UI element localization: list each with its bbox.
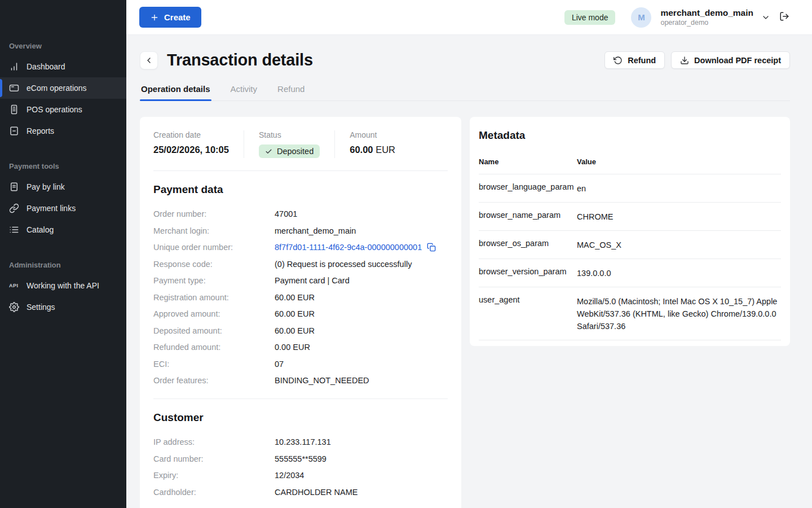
field-row: Refunded amount: 0.00 EUR bbox=[153, 341, 448, 353]
sidebar-section-label: Overview bbox=[0, 42, 126, 50]
payment-links-icon bbox=[9, 203, 19, 213]
creation-date-value: 25/02/2026, 10:05 bbox=[153, 144, 229, 155]
sidebar-item-label: Reports bbox=[27, 126, 54, 135]
customer-fields: IP address: 10.233.117.131 Card number: bbox=[153, 436, 448, 498]
sidebar-section-label: Payment tools bbox=[0, 162, 126, 170]
tab[interactable]: Operation details bbox=[140, 84, 211, 100]
tab[interactable]: Activity bbox=[230, 84, 259, 100]
field-value-text: 555555**5599 bbox=[275, 453, 326, 465]
field-row: Registration amount: 60.00 EUR bbox=[153, 292, 448, 303]
tab-label: Activity bbox=[231, 84, 258, 94]
chevron-down-icon[interactable] bbox=[761, 13, 770, 22]
sidebar-item[interactable]: Catalog bbox=[0, 219, 126, 240]
field-label: IP address: bbox=[153, 436, 275, 448]
field-label: Card number: bbox=[153, 453, 275, 465]
field-value: CARDHOLDER NAME bbox=[275, 487, 358, 498]
reports-icon bbox=[9, 126, 19, 136]
sidebar-item[interactable]: POS operations bbox=[0, 99, 126, 120]
field-value: 10.233.117.131 bbox=[275, 436, 331, 448]
create-button-label: Create bbox=[164, 12, 191, 22]
field-value-text: 10.233.117.131 bbox=[275, 436, 331, 448]
sidebar-item[interactable]: Dashboard bbox=[0, 56, 126, 77]
field-value-text: 60.00 EUR bbox=[275, 308, 315, 319]
topbar: Create Live mode M merchant_demo_main op… bbox=[126, 0, 812, 35]
divider bbox=[153, 170, 448, 171]
field-value-text: BINDING_NOT_NEEDED bbox=[275, 375, 369, 386]
field-value-text: 47001 bbox=[275, 208, 297, 220]
topbar-right: Live mode M merchant_demo_main operator_… bbox=[564, 7, 789, 28]
pos-icon bbox=[9, 104, 19, 115]
logout-button[interactable] bbox=[779, 11, 789, 23]
back-button[interactable] bbox=[140, 51, 158, 69]
metadata-value: 139.0.0.0 bbox=[577, 267, 781, 279]
field-value: 555555**5599 bbox=[275, 453, 326, 465]
refund-button[interactable]: Refund bbox=[604, 51, 665, 69]
download-pdf-button[interactable]: Download PDF receipt bbox=[671, 51, 790, 69]
create-button[interactable]: Create bbox=[139, 7, 201, 28]
metadata-value: MAC_OS_X bbox=[577, 239, 781, 251]
sidebar-item[interactable]: eCom operations bbox=[0, 77, 126, 99]
metadata-name: browser_version_param bbox=[479, 267, 577, 276]
metadata-row: browser_language_param en bbox=[479, 174, 781, 203]
sidebar-item-label: eCom operations bbox=[27, 84, 87, 93]
field-label: Registration amount: bbox=[153, 292, 275, 303]
field-value-text: CARDHOLDER NAME bbox=[275, 487, 358, 498]
refund-button-label: Refund bbox=[628, 56, 656, 65]
sidebar-item[interactable]: Reports bbox=[0, 120, 126, 142]
amount-value-row: 60.00 EUR bbox=[350, 144, 395, 155]
metadata-row: browser_name_param CHROME bbox=[479, 203, 781, 231]
metadata-card: Metadata Name Value browser_language_par… bbox=[470, 117, 790, 346]
field-value: 0.00 EUR bbox=[275, 341, 310, 353]
field-value: 60.00 EUR bbox=[275, 325, 315, 336]
metadata-value: CHROME bbox=[577, 211, 781, 223]
sidebar-section-label: Administration bbox=[0, 261, 126, 269]
sidebar-item[interactable]: Pay by link bbox=[0, 176, 126, 198]
field-label: ECI: bbox=[153, 358, 275, 370]
header-actions: Refund Download PDF receipt bbox=[604, 51, 790, 69]
sidebar-section-administration: Administration API Working with the API … bbox=[0, 261, 126, 318]
sidebar-item-label: Dashboard bbox=[27, 62, 65, 71]
sidebar-item[interactable]: Settings bbox=[0, 296, 126, 318]
download-icon bbox=[680, 56, 689, 65]
user-meta: merchant_demo_main operator_demo bbox=[660, 7, 753, 27]
sidebar: Overview Dashboard eCom operations P bbox=[0, 0, 126, 508]
tabs: Operation details Activity Refund bbox=[140, 84, 790, 101]
tab[interactable]: Refund bbox=[276, 84, 306, 100]
field-value: 47001 bbox=[275, 208, 297, 220]
main-area: Create Live mode M merchant_demo_main op… bbox=[126, 0, 812, 508]
metadata-heading: Metadata bbox=[479, 129, 781, 142]
metadata-name: user_agent bbox=[479, 295, 577, 304]
metadata-value: Mozilla/5.0 (Macintosh; Intel Mac OS X 1… bbox=[577, 295, 781, 332]
sidebar-item[interactable]: API Working with the API bbox=[0, 275, 126, 296]
sidebar-items: Dashboard eCom operations POS operations bbox=[0, 56, 126, 142]
metadata-col-name: Name bbox=[479, 157, 577, 166]
tab-label: Refund bbox=[277, 84, 304, 94]
field-label: Unique order number: bbox=[153, 242, 275, 253]
customer-heading: Customer bbox=[153, 411, 448, 424]
creation-date-label: Creation date bbox=[153, 130, 229, 139]
field-value-text: 60.00 EUR bbox=[275, 292, 315, 303]
metadata-table-header: Name Value bbox=[479, 154, 781, 174]
metadata-row: browser_os_param MAC_OS_X bbox=[479, 231, 781, 259]
status-badge: Deposited bbox=[259, 144, 320, 158]
plus-icon bbox=[150, 13, 159, 22]
amount-value: 60.00 bbox=[350, 144, 373, 155]
avatar-letter: M bbox=[638, 12, 645, 22]
sidebar-item[interactable]: Payment links bbox=[0, 198, 126, 219]
amount-label: Amount bbox=[350, 130, 395, 139]
user-menu[interactable]: M merchant_demo_main operator_demo bbox=[631, 7, 770, 28]
field-row: Payment type: Payment card | Card bbox=[153, 275, 448, 286]
copy-icon[interactable] bbox=[427, 243, 436, 252]
field-row: Approved amount: 60.00 EUR bbox=[153, 308, 448, 319]
field-label: Response code: bbox=[153, 259, 275, 270]
field-row: IP address: 10.233.117.131 bbox=[153, 436, 448, 448]
field-value-text: (0) Request is processed successfully bbox=[275, 259, 412, 270]
summary-strip: Creation date 25/02/2026, 10:05 Status D… bbox=[153, 130, 448, 158]
field-label: Cardholder: bbox=[153, 487, 275, 498]
field-label: Approved amount: bbox=[153, 308, 275, 319]
catalog-icon bbox=[9, 225, 19, 235]
operation-details-card: Creation date 25/02/2026, 10:05 Status D… bbox=[140, 117, 461, 508]
field-label: Deposited amount: bbox=[153, 325, 275, 336]
field-value-text: 07 bbox=[275, 358, 284, 370]
field-label: Order number: bbox=[153, 208, 275, 220]
